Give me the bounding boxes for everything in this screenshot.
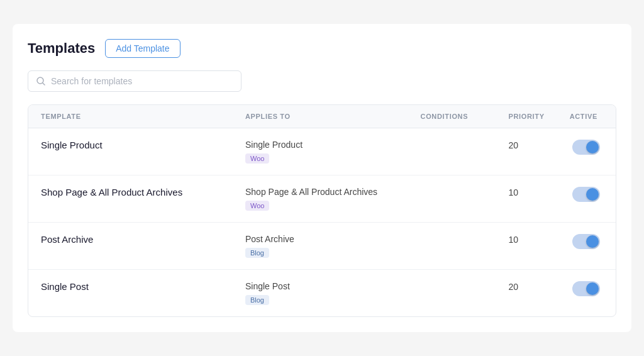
- table-body: Single Product Single Product Woo 20: [28, 128, 616, 317]
- priority-value: 10: [508, 235, 518, 245]
- template-name: Post Archive: [41, 234, 93, 245]
- col-header-template: TEMPLATE: [28, 105, 233, 128]
- template-name: Shop Page & All Product Archives: [41, 187, 182, 197]
- table-row: Single Post Single Post Blog 20: [28, 270, 616, 317]
- active-toggle[interactable]: [572, 187, 600, 202]
- table-row: Shop Page & All Product Archives Shop Pa…: [28, 175, 616, 223]
- applies-to-name: Single Post: [245, 281, 396, 291]
- template-name: Single Post: [41, 281, 89, 292]
- applies-to-tag: Woo: [245, 201, 269, 211]
- table-header: TEMPLATE APPLIES TO CONDITIONS PRIORITY …: [28, 105, 616, 128]
- search-input[interactable]: [51, 76, 233, 86]
- template-name: Single Product: [41, 140, 103, 150]
- col-header-active: ACTIVE: [557, 105, 616, 128]
- col-header-applies: APPLIES TO: [233, 105, 408, 128]
- applies-to-name: Post Archive: [245, 234, 396, 244]
- page-title: Templates: [28, 40, 95, 57]
- applies-to-tag: Blog: [245, 295, 269, 305]
- applies-to-tag: Woo: [245, 153, 269, 164]
- page-header: Templates Add Template: [28, 39, 616, 58]
- applies-to-name: Single Product: [245, 140, 396, 150]
- col-header-conditions: CONDITIONS: [408, 105, 496, 128]
- applies-to-tag: Blog: [245, 248, 269, 258]
- priority-value: 20: [508, 140, 518, 150]
- table-header-row: TEMPLATE APPLIES TO CONDITIONS PRIORITY …: [28, 105, 616, 128]
- applies-to-name: Shop Page & All Product Archives: [245, 187, 396, 197]
- active-toggle[interactable]: [572, 140, 600, 155]
- table-row: Post Archive Post Archive Blog 10: [28, 223, 616, 270]
- priority-value: 10: [508, 187, 518, 197]
- table-row: Single Product Single Product Woo 20: [28, 128, 616, 175]
- page-container: Templates Add Template TEMPLATE APPLIES …: [13, 24, 631, 332]
- active-toggle[interactable]: [572, 281, 600, 296]
- col-header-priority: PRIORITY: [496, 105, 557, 128]
- add-template-button[interactable]: Add Template: [105, 39, 180, 58]
- active-toggle[interactable]: [572, 234, 600, 249]
- search-wrapper: [28, 70, 242, 92]
- priority-value: 20: [508, 282, 518, 292]
- svg-line-1: [43, 83, 45, 85]
- search-icon: [36, 76, 46, 86]
- table-wrapper: TEMPLATE APPLIES TO CONDITIONS PRIORITY …: [28, 104, 616, 317]
- search-container: [28, 70, 616, 92]
- templates-table: TEMPLATE APPLIES TO CONDITIONS PRIORITY …: [28, 105, 616, 316]
